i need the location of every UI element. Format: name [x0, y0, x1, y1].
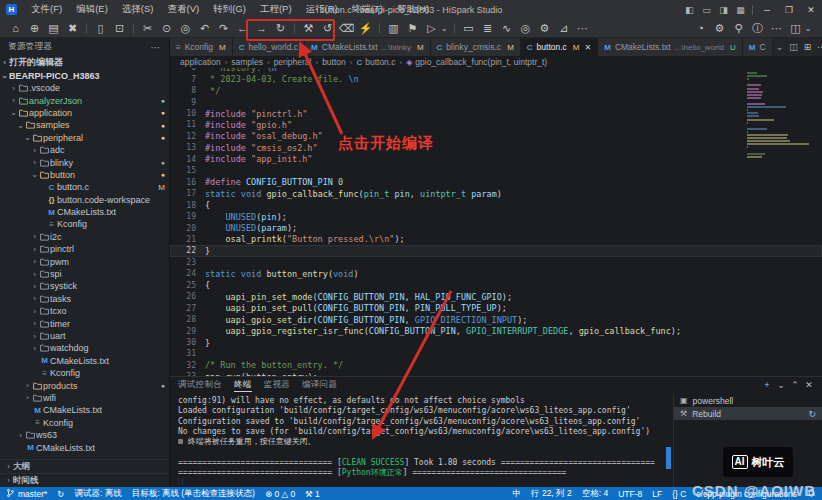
monitor-icon[interactable]: ▭: [460, 20, 477, 37]
close-button[interactable]: ✕: [800, 0, 822, 19]
save-all-icon[interactable]: ⊡: [111, 20, 128, 37]
encoding[interactable]: UTF-8: [618, 489, 642, 499]
new-project-icon[interactable]: ⊕: [26, 20, 43, 37]
sidebar-section-时间线[interactable]: ›时间线: [0, 473, 169, 487]
tab-button.c[interactable]: Cbutton.cM✕: [521, 38, 598, 56]
tree-folder-adc[interactable]: ›adc: [0, 144, 169, 156]
tree-folder-blinky[interactable]: ›blinky●: [0, 156, 169, 168]
terminal-dropdown-icon[interactable]: ⌄: [774, 380, 788, 390]
open-project-icon[interactable]: ▤: [45, 20, 62, 37]
tree-folder-i2c[interactable]: ›i2c: [0, 231, 169, 243]
tree-folder-samples[interactable]: ⌄samples●: [0, 119, 169, 131]
debugger-status[interactable]: 调试器: 离线: [74, 488, 121, 500]
panel-tab-编译问题[interactable]: 编译问题: [302, 377, 337, 392]
sync-icon[interactable]: ↻: [57, 489, 64, 499]
more-actions-icon[interactable]: ⋯: [815, 42, 822, 52]
tasks-count[interactable]: ⚒ 1: [305, 489, 320, 499]
home-icon[interactable]: ⌂: [7, 20, 24, 37]
terminal-scrollbar[interactable]: [666, 447, 671, 469]
target-device-icon[interactable]: ◎: [517, 20, 534, 37]
sidebar-section-大纲[interactable]: ›大纲: [0, 459, 169, 473]
tab-blinky_cmsis.c[interactable]: Cblinky_cmsis.cM: [431, 38, 521, 56]
breadcrumb-item[interactable]: application: [180, 57, 221, 67]
more-icon[interactable]: ⋯: [768, 20, 785, 37]
tree-folder-timer[interactable]: ›timer: [0, 317, 169, 329]
split-editor-icon[interactable]: ◫: [787, 42, 801, 52]
language-mode[interactable]: {} C: [672, 489, 686, 499]
tree-file-CMakeLists.txt[interactable]: MCMakeLists.txt: [0, 404, 169, 416]
menu-item[interactable]: 帮助(H): [390, 3, 436, 16]
terminal-item-rebuild[interactable]: ⚒Rebuild↻: [674, 407, 822, 420]
navigate-back-icon[interactable]: ←: [234, 20, 251, 37]
tree-folder-pinctrl[interactable]: ›pinctrl: [0, 243, 169, 255]
memory-icon[interactable]: ≣: [479, 20, 496, 37]
copy-icon[interactable]: ⊙: [158, 20, 175, 37]
gear-icon[interactable]: ⚙: [711, 20, 728, 37]
customize-layout-icon[interactable]: ▦: [732, 0, 749, 19]
minimize-button[interactable]: ─: [756, 0, 778, 19]
target-board-status[interactable]: 目标板: 离线 (单击检查连接状态): [132, 488, 255, 500]
tab-Kconfig[interactable]: ≡KconfigM: [170, 38, 233, 56]
git-branch[interactable]: master*: [6, 488, 47, 500]
burn-icon[interactable]: ⚡: [357, 20, 374, 37]
tree-folder-systick[interactable]: ›systick: [0, 280, 169, 292]
tree-file-Kconfig[interactable]: ≡Kconfig: [0, 218, 169, 230]
debug-run-icon[interactable]: ▷: [423, 20, 440, 37]
performance-icon[interactable]: ∿: [498, 20, 515, 37]
build-icon[interactable]: ⚒: [300, 20, 317, 37]
tree-folder-watchdog[interactable]: ›watchdog: [0, 342, 169, 354]
layout-panel-icon[interactable]: ◫: [787, 20, 804, 37]
close-panel-icon[interactable]: ✕: [802, 380, 816, 390]
panel-tab-调试控制台[interactable]: 调试控制台: [178, 377, 222, 392]
tree-folder-pwm[interactable]: ›pwm: [0, 255, 169, 267]
tree-file-button.code-workspace[interactable]: {}button.code-workspace: [0, 194, 169, 206]
tree-folder-uart[interactable]: ›uart: [0, 330, 169, 342]
restore-button[interactable]: ❐: [778, 0, 800, 19]
breadcrumb-symbol[interactable]: ◈gpio_callback_func(pin_t, uintptr_t): [406, 57, 547, 67]
paste-icon[interactable]: ◎: [177, 20, 194, 37]
new-terminal-icon[interactable]: +: [760, 380, 774, 390]
tab-CMakeLists.txt[interactable]: MCMakeLists.txt...\hello_worldU: [598, 38, 743, 56]
workspace-root-row[interactable]: ⌄ BEARPI-PICO_H3863: [0, 69, 169, 82]
tree-folder-application[interactable]: ⌄application●: [0, 107, 169, 119]
chevron-down-icon[interactable]: ⌄: [439, 20, 449, 37]
breadcrumb[interactable]: application›samples›peripheral›button›Cb…: [170, 56, 822, 68]
close-icon[interactable]: ✕: [585, 43, 592, 52]
tree-folder-wifi[interactable]: ›wifi: [0, 392, 169, 404]
clean-icon[interactable]: ⌫: [338, 20, 355, 37]
terminal-output[interactable]: config:91) will have no effect, as defau…: [178, 396, 670, 485]
tree-folder-button[interactable]: ⌄button●: [0, 169, 169, 181]
tree-folder-tcxo[interactable]: ›tcxo: [0, 305, 169, 317]
tab-hello_world.c[interactable]: Chello_world.c: [233, 38, 305, 56]
tab-CMakeLists.txt[interactable]: MCMakeLists.txt...\blinkyM: [305, 38, 430, 56]
panel-tab-终端[interactable]: 终端: [234, 377, 252, 392]
panel-tab-监视器[interactable]: 监视器: [264, 377, 290, 392]
tree-file-Kconfig[interactable]: ≡Kconfig: [0, 367, 169, 379]
open-editors-row[interactable]: › 打开的编辑器: [0, 56, 169, 69]
problems[interactable]: ⊗ 0 △ 0: [265, 489, 295, 499]
tree-folder-ws63[interactable]: ›ws63: [0, 429, 169, 441]
serial-terminal-icon[interactable]: ▥: [385, 20, 402, 37]
rebuild-icon[interactable]: ↺: [319, 20, 336, 37]
breadcrumb-file[interactable]: Cbutton.c: [356, 57, 395, 67]
new-file-icon[interactable]: ▯: [92, 20, 109, 37]
history-icon[interactable]: ◔: [692, 20, 709, 37]
toggle-primary-sidebar-icon[interactable]: ◧: [681, 0, 698, 19]
cursor-position[interactable]: 行 22, 列 2: [531, 488, 572, 500]
toggle-secondary-sidebar-icon[interactable]: ◨: [715, 0, 732, 19]
milestone-flag-icon[interactable]: ⚑: [404, 20, 421, 37]
info-icon[interactable]: ⓘ: [749, 20, 766, 37]
menu-item[interactable]: 文件(F): [24, 3, 69, 16]
breadcrumb-item[interactable]: button: [322, 57, 346, 67]
minimap[interactable]: [745, 70, 817, 230]
menu-item[interactable]: 查看(V): [160, 3, 206, 16]
indentation[interactable]: 空格: 4: [582, 488, 608, 500]
editor-list-dropdown-icon[interactable]: ⌄: [773, 42, 787, 52]
undo-icon[interactable]: ↶: [196, 20, 213, 37]
tree-folder-tasks[interactable]: ›tasks: [0, 293, 169, 305]
tree-folder-analyzerJson[interactable]: ›analyzerJson●: [0, 94, 169, 106]
explorer-more-icon[interactable]: ⋯: [151, 42, 161, 53]
tree-file-Kconfig[interactable]: ≡Kconfig: [0, 417, 169, 429]
tab-C[interactable]: MC: [743, 38, 773, 56]
device-config-icon[interactable]: ⚙: [536, 20, 553, 37]
